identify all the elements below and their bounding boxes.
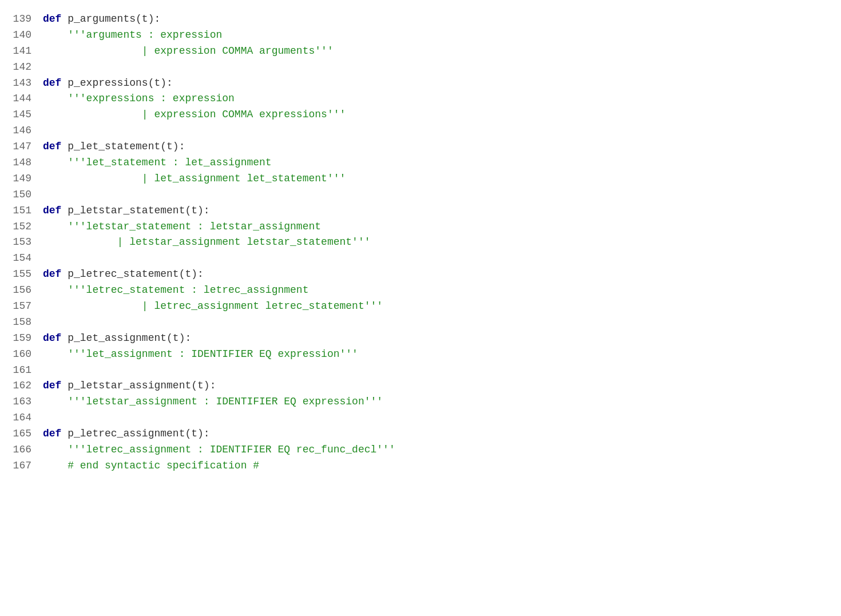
line-content: '''arguments : expression [43,27,830,43]
line-content: | letrec_assignment letrec_statement''' [43,299,830,315]
line-content: def p_let_statement(t): [43,139,830,155]
line-content: | expression COMMA expressions''' [43,107,830,123]
token-string: '''expressions : expression [43,93,235,104]
line-content: '''letstar_assignment : IDENTIFIER EQ ex… [43,394,830,410]
line-number: 150 [11,187,43,203]
token-kw: def [43,268,61,280]
token-string: '''arguments : expression [43,29,222,41]
line-number: 160 [11,347,43,363]
token-string: | expression COMMA arguments''' [43,45,334,57]
line-content: def p_letrec_statement(t): [43,267,830,283]
code-line: 141 | expression COMMA arguments''' [0,43,841,59]
line-content: def p_letstar_statement(t): [43,203,830,219]
line-number: 166 [11,442,43,458]
line-number: 149 [11,171,43,187]
token-plain: p_arguments(t): [61,13,160,25]
line-content: | letstar_assignment letstar_statement''… [43,235,830,251]
code-line: 145 | expression COMMA expressions''' [0,107,841,123]
code-line: 153 | letstar_assignment letstar_stateme… [0,235,841,251]
line-number: 167 [11,458,43,474]
line-content: '''letrec_statement : letrec_assignment [43,283,830,299]
code-line: 154 [0,251,841,267]
line-number: 163 [11,394,43,410]
line-number: 139 [11,11,43,27]
code-viewer: 139def p_arguments(t):140 '''arguments :… [0,6,841,616]
line-content: '''letstar_statement : letstar_assignmen… [43,219,830,235]
line-number: 158 [11,315,43,331]
code-line: 158 [0,315,841,331]
code-line: 160 '''let_assignment : IDENTIFIER EQ ex… [0,347,841,363]
line-content: # end syntactic specification # [43,458,830,474]
line-content: def p_arguments(t): [43,11,830,27]
code-line: 152 '''letstar_statement : letstar_assig… [0,219,841,235]
line-number: 140 [11,27,43,43]
code-line: 148 '''let_statement : let_assignment [0,155,841,171]
line-content: '''let_assignment : IDENTIFIER EQ expres… [43,347,830,363]
code-line: 165def p_letrec_assignment(t): [0,426,841,442]
code-line: 155def p_letrec_statement(t): [0,267,841,283]
line-content: def p_let_assignment(t): [43,331,830,347]
token-string: | letrec_assignment letrec_statement''' [43,300,383,312]
line-number: 156 [11,283,43,299]
line-number: 141 [11,43,43,59]
token-plain: p_let_statement(t): [61,141,185,152]
line-number: 152 [11,219,43,235]
line-content: '''letrec_assignment : IDENTIFIER EQ rec… [43,442,830,458]
line-number: 153 [11,235,43,251]
token-plain: p_letstar_statement(t): [61,205,209,216]
line-content: def p_letstar_assignment(t): [43,378,830,394]
token-plain: p_letstar_assignment(t): [61,380,216,391]
line-number: 165 [11,426,43,442]
code-line: 159def p_let_assignment(t): [0,331,841,347]
code-line: 167 # end syntactic specification # [0,458,841,474]
line-number: 147 [11,139,43,155]
line-number: 143 [11,75,43,92]
token-string: '''letrec_assignment : IDENTIFIER EQ rec… [43,444,395,455]
token-kw: def [43,380,61,391]
line-number: 161 [11,363,43,379]
token-string: '''let_statement : let_assignment [43,157,272,168]
code-line: 166 '''letrec_assignment : IDENTIFIER EQ… [0,442,841,458]
token-kw: def [43,205,61,216]
token-string: | let_assignment let_statement''' [43,173,346,184]
line-number: 148 [11,155,43,171]
line-number: 164 [11,410,43,426]
code-line: 151def p_letstar_statement(t): [0,203,841,219]
token-string: '''let_assignment : IDENTIFIER EQ expres… [43,348,358,360]
line-number: 155 [11,267,43,283]
token-kw: def [43,13,61,25]
code-line: 139def p_arguments(t): [0,11,841,27]
token-plain: p_let_assignment(t): [61,332,191,344]
code-line: 146 [0,123,841,139]
code-line: 150 [0,187,841,203]
code-line: 156 '''letrec_statement : letrec_assignm… [0,283,841,299]
code-line: 147def p_let_statement(t): [0,139,841,155]
line-number: 151 [11,203,43,219]
line-number: 154 [11,251,43,267]
token-string: | expression COMMA expressions''' [43,109,346,120]
line-content: | let_assignment let_statement''' [43,171,830,187]
code-line: 149 | let_assignment let_statement''' [0,171,841,187]
token-plain: p_expressions(t): [61,77,172,89]
code-line: 144 '''expressions : expression [0,91,841,107]
token-kw: def [43,141,61,152]
code-line: 142 [0,59,841,75]
code-line: 143def p_expressions(t): [0,75,841,92]
code-line: 157 | letrec_assignment letrec_statement… [0,299,841,315]
line-number: 144 [11,91,43,107]
line-content: '''expressions : expression [43,91,830,107]
line-number: 162 [11,378,43,394]
code-line: 161 [0,363,841,379]
token-string: '''letrec_statement : letrec_assignment [43,284,308,296]
line-content: def p_letrec_assignment(t): [43,426,830,442]
code-line: 162def p_letstar_assignment(t): [0,378,841,394]
line-number: 159 [11,331,43,347]
token-kw: def [43,428,61,439]
code-line: 164 [0,410,841,426]
line-content: '''let_statement : let_assignment [43,155,830,171]
token-string: '''letstar_assignment : IDENTIFIER EQ ex… [43,396,383,407]
token-string: '''letstar_statement : letstar_assignmen… [43,221,321,232]
code-line: 140 '''arguments : expression [0,27,841,43]
line-content: def p_expressions(t): [43,75,830,92]
token-string: | letstar_assignment letstar_statement''… [43,236,371,248]
